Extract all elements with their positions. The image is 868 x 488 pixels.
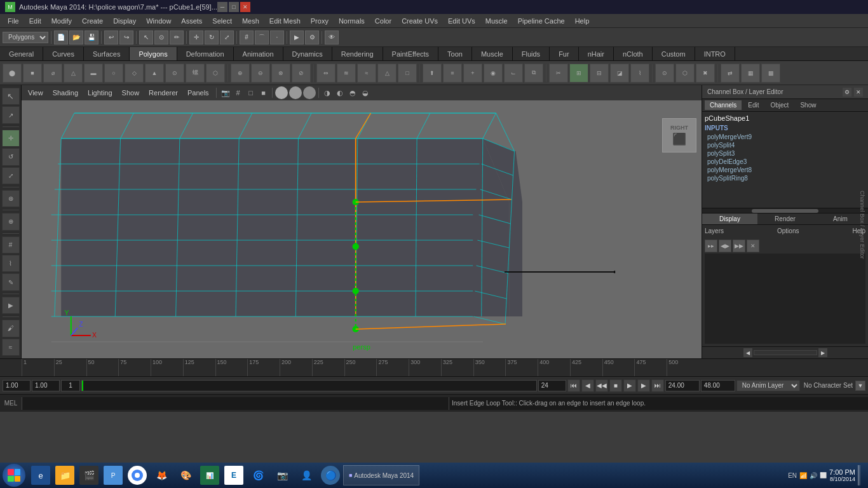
start-button[interactable] bbox=[3, 464, 25, 487]
vp-ao-icon[interactable]: ◐ bbox=[334, 87, 346, 98]
tab-intro[interactable]: INTRO bbox=[695, 47, 735, 60]
layer-delete-btn[interactable]: ✕ bbox=[747, 240, 759, 252]
shelf-bridge[interactable]: ≡ bbox=[443, 64, 462, 83]
toolbar-show-hide[interactable]: 👁 bbox=[325, 30, 339, 44]
timeline-ruler[interactable]: 1255075100125150175200225250275300325350… bbox=[22, 359, 702, 377]
shelf-prism[interactable]: ◇ bbox=[125, 64, 144, 83]
taskbar-maya-window[interactable]: ■ Autodesk Maya 2014 bbox=[343, 465, 419, 485]
toolbar-snap-point[interactable]: · bbox=[270, 30, 284, 44]
shelf-boolean[interactable]: ⊘ bbox=[292, 64, 311, 83]
toolbar-paint[interactable]: ✏ bbox=[170, 30, 184, 44]
shelf-extrude[interactable]: ⬆ bbox=[423, 64, 442, 83]
shelf-triangulate[interactable]: △ bbox=[377, 64, 397, 83]
toolbar-rotate[interactable]: ↻ bbox=[205, 30, 219, 44]
shelf-helix[interactable]: 螺 bbox=[186, 64, 205, 83]
vp-light3-icon[interactable] bbox=[303, 86, 316, 99]
toolbar-move[interactable]: ✛ bbox=[189, 30, 203, 44]
transport-playback-start[interactable] bbox=[538, 380, 566, 391]
toolbar-open[interactable]: 📂 bbox=[69, 30, 83, 44]
shelf-pipe[interactable]: ⊙ bbox=[165, 64, 184, 83]
layer-scrollbar[interactable] bbox=[754, 350, 817, 355]
taskbar-user[interactable]: 👤 bbox=[295, 464, 318, 487]
vp-menu-lighting[interactable]: Lighting bbox=[84, 89, 116, 97]
shelf-bevel[interactable]: ◪ bbox=[610, 64, 629, 83]
toolbar-scale[interactable]: ⤢ bbox=[220, 30, 234, 44]
tab-painteffects[interactable]: PaintEffects bbox=[383, 47, 439, 60]
tab-general[interactable]: General bbox=[0, 47, 43, 60]
shelf-mirror[interactable]: ⇔ bbox=[316, 64, 336, 83]
menu-window[interactable]: Window bbox=[141, 16, 176, 26]
shelf-transfer[interactable]: ⇄ bbox=[721, 64, 740, 83]
input-item-3[interactable]: polySplit3 bbox=[705, 149, 865, 158]
taskbar-blue[interactable]: 🔵 bbox=[319, 464, 342, 487]
vp-menu-panels[interactable]: Panels bbox=[184, 89, 213, 97]
tool-scale[interactable]: ⤢ bbox=[2, 167, 20, 184]
taskbar-winamp[interactable]: 🌀 bbox=[247, 464, 269, 487]
tab-ncloth[interactable]: nCloth bbox=[614, 47, 653, 60]
mel-input[interactable] bbox=[22, 397, 449, 410]
toolbar-render-settings[interactable]: ⚙ bbox=[305, 30, 319, 44]
shelf-offset-edgeloop[interactable]: ⊟ bbox=[590, 64, 609, 83]
vp-menu-view[interactable]: View bbox=[24, 89, 47, 97]
vp-grid-icon[interactable]: # bbox=[233, 87, 244, 98]
maximize-button[interactable]: □ bbox=[229, 2, 239, 12]
menu-color[interactable]: Color bbox=[370, 16, 397, 26]
shelf-combine[interactable]: ⊕ bbox=[231, 64, 250, 83]
shelf-pyramid[interactable]: ▲ bbox=[145, 64, 164, 83]
tab-fluids[interactable]: Fluids bbox=[513, 47, 550, 60]
tab-surfaces[interactable]: Surfaces bbox=[84, 47, 130, 60]
input-item-1[interactable]: polyMergeVert9 bbox=[705, 133, 865, 141]
tool-rotate[interactable]: ↺ bbox=[2, 148, 20, 165]
toolbar-new[interactable]: 📄 bbox=[54, 30, 68, 44]
vp-solid-icon[interactable]: ■ bbox=[258, 87, 269, 98]
shelf-fill[interactable]: ◉ bbox=[484, 64, 503, 83]
transport-play[interactable]: ▶ bbox=[623, 379, 636, 392]
cb-tab-object[interactable]: Object bbox=[766, 100, 794, 110]
vp-menu-shading[interactable]: Shading bbox=[49, 89, 82, 97]
transport-play-back[interactable]: ◀◀ bbox=[595, 379, 608, 392]
toolbar-undo[interactable]: ↩ bbox=[104, 30, 118, 44]
tool-show-manip[interactable]: ⊕ bbox=[2, 213, 20, 230]
menu-edit[interactable]: Edit bbox=[24, 16, 46, 26]
tool-select[interactable]: ↗ bbox=[2, 106, 20, 123]
tab-curves[interactable]: Curves bbox=[43, 47, 84, 60]
tab-deformation[interactable]: Deformation bbox=[177, 47, 234, 60]
transport-prev-frame[interactable]: ◀ bbox=[581, 379, 594, 392]
vp-menu-show[interactable]: Show bbox=[118, 89, 144, 97]
vp-camera-icon[interactable]: 📷 bbox=[220, 87, 231, 98]
taskbar-cam[interactable]: 📷 bbox=[271, 464, 294, 487]
transport-stop[interactable]: ■ bbox=[609, 379, 622, 392]
menu-pipeline-cache[interactable]: Pipeline Cache bbox=[513, 16, 570, 26]
toolbar-redo[interactable]: ↪ bbox=[119, 30, 133, 44]
layer-scroll-left[interactable]: ◀ bbox=[743, 348, 752, 357]
transport-skip-start[interactable]: ⏮ bbox=[567, 379, 580, 392]
taskbar-klite[interactable]: P bbox=[102, 464, 125, 487]
anim-layer-select[interactable]: No Anim Layer bbox=[736, 380, 800, 391]
menu-modify[interactable]: Modify bbox=[46, 16, 77, 26]
vp-light2-icon[interactable] bbox=[289, 86, 302, 99]
transport-total-frames[interactable] bbox=[701, 380, 735, 391]
cb-tab-edit[interactable]: Edit bbox=[743, 100, 764, 110]
vp-ssao-icon[interactable]: ◓ bbox=[347, 87, 358, 98]
taskbar-firefox[interactable]: 🦊 bbox=[150, 464, 173, 487]
shelf-duplicate-face[interactable]: ⧉ bbox=[524, 64, 543, 83]
shelf-overlay[interactable]: ▩ bbox=[761, 64, 780, 83]
tool-paint-weight[interactable]: ✎ bbox=[2, 273, 20, 290]
vp-light1-icon[interactable] bbox=[275, 86, 288, 99]
toolbar-lasso[interactable]: ⊙ bbox=[154, 30, 168, 44]
menu-edit-mesh[interactable]: Edit Mesh bbox=[264, 16, 306, 26]
view-cube[interactable]: RIGHT ⬛ bbox=[662, 118, 696, 152]
transport-frame-field[interactable] bbox=[61, 380, 80, 391]
taskbar-media[interactable]: 🎬 bbox=[78, 464, 100, 487]
shelf-wedge[interactable]: ⌙ bbox=[504, 64, 523, 83]
toolbar-snap-grid[interactable]: # bbox=[240, 30, 254, 44]
menu-edit-uvs[interactable]: Edit UVs bbox=[443, 16, 480, 26]
vp-shadow-icon[interactable]: ◑ bbox=[322, 87, 333, 98]
toolbar-save[interactable]: 💾 bbox=[85, 30, 98, 44]
shelf-cylinder[interactable]: ⌀ bbox=[43, 64, 62, 83]
shelf-torus[interactable]: ○ bbox=[104, 64, 123, 83]
dp-tab-render[interactable]: Render bbox=[757, 214, 813, 224]
layer-select-btn[interactable]: ◀▶ bbox=[719, 240, 731, 252]
shelf-split[interactable]: ✂ bbox=[549, 64, 568, 83]
shelf-separate[interactable]: ⊖ bbox=[251, 64, 270, 83]
